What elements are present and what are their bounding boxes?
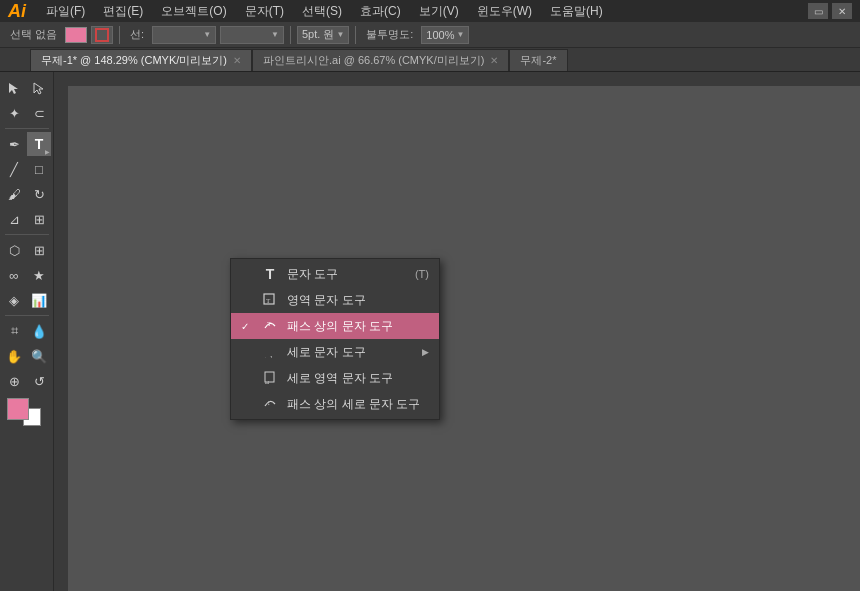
tool-magic[interactable]: ✦ xyxy=(2,101,26,125)
tool-symbol[interactable]: ★ xyxy=(27,263,51,287)
sep-tool-2 xyxy=(5,234,49,235)
menu-help[interactable]: 도움말(H) xyxy=(544,1,609,22)
tab-0-label: 무제-1* @ 148.29% (CMYK/미리보기) xyxy=(41,53,227,68)
opacity-arrow: ▼ xyxy=(457,30,465,39)
svg-marker-0 xyxy=(9,83,18,94)
menu-text[interactable]: 문자(T) xyxy=(239,1,290,22)
font-dropdown[interactable]: ▼ xyxy=(152,26,216,44)
tool-hand[interactable]: ✋ xyxy=(2,344,26,368)
canvas-area[interactable]: T 문자 도구 (T) T 영역 문자 도구 ✓ T 패스 상의 문자 도구 xyxy=(54,72,860,591)
opacity-dropdown[interactable]: 100% ▼ xyxy=(421,26,469,44)
svg-text:T: T xyxy=(263,356,274,358)
menu-item-vertical-path-type[interactable]: ↕ 패스 상의 세로 문자 도구 xyxy=(231,391,439,417)
left-toolbar: ✦ ⊂ ✒ T ▶ ╱ □ 🖌 ↻ ⊿ ⊞ ⬡ ⊞ ∞ xyxy=(0,72,54,591)
tab-0-close[interactable]: ✕ xyxy=(233,56,241,66)
tool-row-col: ◈ 📊 xyxy=(2,288,51,312)
main-area: ✦ ⊂ ✒ T ▶ ╱ □ 🖌 ↻ ⊿ ⊞ ⬡ ⊞ ∞ xyxy=(0,72,860,591)
arrow-3: ▶ xyxy=(422,347,429,357)
tool-row-slice: ⌗ 💧 xyxy=(2,319,51,343)
tool-row-blend: ∞ ★ xyxy=(2,263,51,287)
font-label: 선: xyxy=(126,27,148,42)
title-bar: Ai 파일(F) 편집(E) 오브젝트(O) 문자(T) 선택(S) 효과(C)… xyxy=(0,0,860,22)
menu-select[interactable]: 선택(S) xyxy=(296,1,348,22)
window-btn-1[interactable]: ▭ xyxy=(808,3,828,19)
tool-type[interactable]: T ▶ xyxy=(27,132,51,156)
tool-col[interactable]: ◈ xyxy=(2,288,26,312)
menu-object[interactable]: 오브젝트(O) xyxy=(155,1,232,22)
menu-item-vertical-type[interactable]: T 세로 문자 도구 ▶ xyxy=(231,339,439,365)
label-1: 영역 문자 도구 xyxy=(287,292,366,309)
tab-1-label: 파인트리시안.ai @ 66.67% (CMYK/미리보기) xyxy=(263,53,484,68)
ai-logo: Ai xyxy=(8,2,26,20)
sep-tool-3 xyxy=(5,315,49,316)
tool-brush[interactable]: 🖌 xyxy=(2,182,26,206)
menu-item-vertical-area-type[interactable]: T 세로 영역 문자 도구 xyxy=(231,365,439,391)
tab-2[interactable]: 무제-2* xyxy=(509,49,567,71)
shortcut-0: (T) xyxy=(415,268,429,280)
menu-edit[interactable]: 편집(E) xyxy=(97,1,149,22)
menu-window[interactable]: 윈도우(W) xyxy=(471,1,538,22)
label-2: 패스 상의 문자 도구 xyxy=(287,318,393,335)
tool-row-measure: ✋ 🔍 xyxy=(2,344,51,368)
foreground-swatch[interactable] xyxy=(7,398,29,420)
window-controls: ▭ ✕ xyxy=(808,3,852,19)
tab-1-close[interactable]: ✕ xyxy=(490,56,498,66)
tool-line[interactable]: ╱ xyxy=(2,157,26,181)
tool-row-select xyxy=(2,76,51,100)
tool-zoom[interactable]: 🔍 xyxy=(27,344,51,368)
font-size-dropdown[interactable]: ▼ xyxy=(220,26,284,44)
stroke-size-arrow: ▼ xyxy=(336,30,344,39)
type-tool-dropdown: T 문자 도구 (T) T 영역 문자 도구 ✓ T 패스 상의 문자 도구 xyxy=(230,258,440,420)
tool-rect[interactable]: □ xyxy=(27,157,51,181)
svg-marker-1 xyxy=(34,83,43,94)
tool-row-extra: ⊕ ↺ xyxy=(2,369,51,393)
menu-file[interactable]: 파일(F) xyxy=(40,1,91,22)
font-dropdown-arrow: ▼ xyxy=(203,30,211,39)
tool-row-paint: ⬡ ⊞ xyxy=(2,238,51,262)
ruler-vertical xyxy=(54,86,68,591)
ruler-corner xyxy=(54,72,68,86)
stroke-size-dropdown[interactable]: 5pt. 원 ▼ xyxy=(297,26,349,44)
menu-effect[interactable]: 효과(C) xyxy=(354,1,407,22)
opacity-label: 불투명도: xyxy=(362,27,417,42)
svg-text:T: T xyxy=(263,381,271,384)
window-btn-2[interactable]: ✕ xyxy=(832,3,852,19)
icon-1: T xyxy=(261,292,279,309)
tab-1[interactable]: 파인트리시안.ai @ 66.67% (CMYK/미리보기) ✕ xyxy=(252,49,509,71)
font-size-dropdown-arrow: ▼ xyxy=(271,30,279,39)
svg-text:T: T xyxy=(266,297,271,305)
tool-graph[interactable]: 📊 xyxy=(27,288,51,312)
label-3: 세로 문자 도구 xyxy=(287,344,366,361)
sep-1 xyxy=(119,26,120,44)
tab-2-label: 무제-2* xyxy=(520,53,556,68)
tool-warp[interactable]: ⊿ xyxy=(2,207,26,231)
icon-0: T xyxy=(261,266,279,282)
tool-eyedrop[interactable]: 💧 xyxy=(27,319,51,343)
tool-blend[interactable]: ∞ xyxy=(2,263,26,287)
icon-5: ↕ xyxy=(261,396,279,413)
svg-text:T: T xyxy=(267,320,272,328)
menu-view[interactable]: 보기(V) xyxy=(413,1,465,22)
tool-row-magic: ✦ ⊂ xyxy=(2,101,51,125)
icon-2: T xyxy=(261,318,279,335)
tool-pen[interactable]: ✒ xyxy=(2,132,26,156)
tool-mesh[interactable]: ⊞ xyxy=(27,238,51,262)
tool-lasso[interactable]: ⊂ xyxy=(27,101,51,125)
tool-rotate[interactable]: ↻ xyxy=(27,182,51,206)
tab-0[interactable]: 무제-1* @ 148.29% (CMYK/미리보기) ✕ xyxy=(30,49,252,71)
tool-paint[interactable]: ⬡ xyxy=(2,238,26,262)
menu-item-type-tool[interactable]: T 문자 도구 (T) xyxy=(231,261,439,287)
menu-item-path-type[interactable]: ✓ T 패스 상의 문자 도구 xyxy=(231,313,439,339)
stroke-btn[interactable] xyxy=(91,26,113,44)
label-0: 문자 도구 xyxy=(287,266,338,283)
tool-extra1[interactable]: ⊕ xyxy=(2,369,26,393)
menu-item-area-type[interactable]: T 영역 문자 도구 xyxy=(231,287,439,313)
tool-row-warp: ⊿ ⊞ xyxy=(2,207,51,231)
tool-extra2[interactable]: ↺ xyxy=(27,369,51,393)
toolbar: 선택 없음 선: ▼ ▼ 5pt. 원 ▼ 불투명도: 100% ▼ xyxy=(0,22,860,48)
fill-swatch[interactable] xyxy=(65,27,87,43)
tool-scale[interactable]: ⊞ xyxy=(27,207,51,231)
tool-direct-select[interactable] xyxy=(27,76,51,100)
tool-slice[interactable]: ⌗ xyxy=(2,319,26,343)
tool-select[interactable] xyxy=(2,76,26,100)
